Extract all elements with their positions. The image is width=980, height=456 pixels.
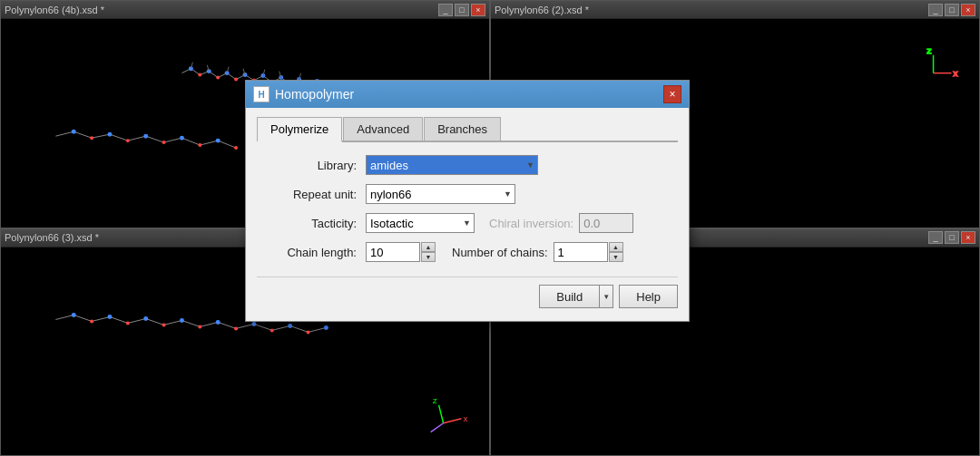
chain-length-increment[interactable]: ▲ — [421, 242, 436, 252]
num-chains-spinner: ▲ ▼ — [554, 242, 623, 262]
svg-line-73 — [431, 422, 444, 432]
win-close-tl[interactable]: × — [471, 4, 485, 16]
svg-point-30 — [162, 141, 166, 144]
window-title-tr: Polynylon66 (2).xsd * — [495, 5, 928, 15]
chain-length-label: Chain length: — [257, 246, 357, 259]
num-chains-label: Number of chains: — [452, 246, 548, 259]
library-row: Library: amides alkenes esters — [257, 155, 678, 175]
chain-length-spinner-buttons: ▲ ▼ — [421, 242, 436, 262]
num-chains-decrement[interactable]: ▼ — [609, 252, 623, 262]
win-controls-br: _ □ × — [928, 231, 975, 244]
chain-length-input[interactable] — [366, 242, 420, 262]
chain-length-spinner: ▲ ▼ — [366, 242, 436, 262]
window-title-tl: Polynylon66 (4b).xsd * — [5, 5, 438, 15]
repeat-unit-select-wrapper: nylon66 nylon6 nylon12 — [366, 184, 515, 204]
dialog-close-button[interactable]: × — [663, 85, 681, 103]
svg-point-25 — [143, 134, 148, 139]
dialog-body: Polymerize Advanced Branches Library: am… — [246, 108, 689, 321]
svg-point-60 — [288, 323, 292, 327]
library-select[interactable]: amides alkenes esters — [366, 155, 538, 175]
dialog-icon: H — [253, 86, 270, 102]
tab-polymerize[interactable]: Polymerize — [257, 117, 342, 142]
win-controls-tl: _ □ × — [438, 4, 485, 16]
build-dropdown-button[interactable]: ▼ — [599, 285, 613, 308]
win-minimize-br[interactable]: _ — [928, 231, 943, 244]
svg-point-27 — [216, 139, 220, 143]
chain-length-row: Chain length: ▲ ▼ Number of chains: ▲ ▼ — [257, 242, 678, 262]
win-restore-tr[interactable]: □ — [945, 4, 959, 16]
repeat-unit-label: Repeat unit: — [257, 188, 357, 201]
svg-text:x: x — [463, 412, 467, 422]
titlebar-tr: Polynylon66 (2).xsd * _ □ × — [491, 1, 979, 19]
svg-point-62 — [90, 319, 93, 323]
tacticity-label: Tacticity: — [257, 217, 357, 230]
tab-bar: Polymerize Advanced Branches — [257, 117, 678, 142]
build-button-group: Build ▼ — [539, 285, 613, 308]
svg-point-23 — [72, 130, 76, 134]
svg-point-58 — [216, 319, 220, 324]
svg-text:z: z — [433, 394, 437, 404]
chain-length-decrement[interactable]: ▼ — [421, 252, 436, 262]
win-close-tr[interactable]: × — [961, 4, 975, 16]
homopolymer-dialog: H Homopolymer × Polymerize Advanced Bran… — [245, 80, 690, 322]
chiral-inversion-input[interactable] — [579, 213, 633, 233]
library-label: Library: — [257, 159, 357, 172]
svg-point-32 — [234, 146, 238, 150]
num-chains-input[interactable] — [554, 242, 608, 262]
library-select-wrapper: amides alkenes esters — [366, 155, 538, 175]
svg-point-9 — [216, 76, 220, 80]
dialog-title: Homopolymer — [275, 87, 658, 102]
svg-point-64 — [162, 323, 166, 326]
tab-advanced[interactable]: Advanced — [343, 117, 423, 141]
svg-line-69 — [444, 418, 462, 422]
num-chains-increment[interactable]: ▲ — [609, 242, 623, 252]
svg-point-57 — [180, 317, 184, 322]
num-chains-spinner-buttons: ▲ ▼ — [609, 242, 623, 262]
svg-point-66 — [234, 326, 238, 330]
win-controls-tr: _ □ × — [928, 4, 975, 16]
svg-point-61 — [324, 325, 328, 329]
svg-point-63 — [126, 321, 130, 325]
svg-point-55 — [107, 315, 112, 319]
dialog-icon-symbol: H — [258, 90, 264, 100]
win-restore-br[interactable]: □ — [945, 231, 959, 244]
svg-point-29 — [126, 139, 130, 142]
svg-text:x: x — [953, 68, 957, 78]
win-minimize-tl[interactable]: _ — [438, 4, 453, 16]
svg-point-68 — [307, 330, 310, 334]
svg-point-65 — [198, 325, 201, 328]
svg-point-8 — [198, 73, 201, 77]
repeat-unit-select[interactable]: nylon66 nylon6 nylon12 — [366, 184, 515, 204]
svg-point-59 — [251, 321, 256, 325]
repeat-unit-row: Repeat unit: nylon66 nylon6 nylon12 — [257, 184, 678, 204]
svg-point-24 — [107, 132, 112, 137]
svg-point-31 — [198, 143, 201, 147]
svg-point-54 — [72, 313, 76, 317]
titlebar-tl: Polynylon66 (4b).xsd * _ □ × — [1, 1, 489, 19]
svg-point-28 — [90, 136, 93, 140]
chiral-inversion-label: Chiral inversion: — [489, 217, 573, 230]
svg-point-10 — [234, 78, 238, 82]
tab-branches[interactable]: Branches — [424, 117, 501, 141]
tacticity-row: Tacticity: Isotactic Syndiotactic Atacti… — [257, 213, 678, 233]
win-minimize-tr[interactable]: _ — [928, 4, 943, 16]
build-button[interactable]: Build — [539, 285, 599, 308]
svg-text:z: z — [927, 45, 932, 55]
tacticity-select[interactable]: Isotactic Syndiotactic Atactic — [366, 213, 475, 233]
svg-point-26 — [180, 136, 184, 141]
win-close-br[interactable]: × — [961, 231, 975, 244]
svg-point-67 — [270, 328, 274, 332]
tacticity-select-wrapper: Isotactic Syndiotactic Atactic — [366, 213, 475, 233]
dialog-titlebar: H Homopolymer × — [246, 81, 689, 108]
help-button[interactable]: Help — [619, 285, 678, 308]
svg-point-56 — [143, 316, 148, 321]
button-row: Build ▼ Help — [257, 277, 678, 308]
svg-line-71 — [439, 404, 444, 422]
win-restore-tl[interactable]: □ — [455, 4, 469, 16]
